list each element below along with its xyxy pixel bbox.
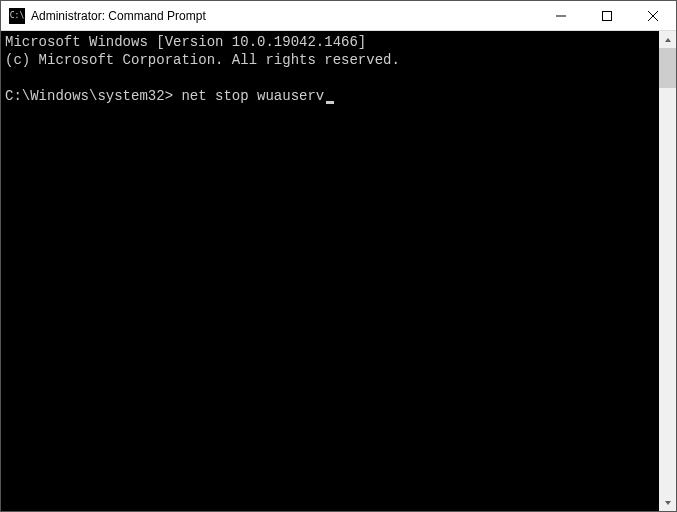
svg-marker-5 bbox=[665, 501, 671, 505]
minimize-button[interactable] bbox=[538, 1, 584, 30]
titlebar[interactable]: C:\ Administrator: Command Prompt bbox=[1, 1, 676, 31]
scroll-track[interactable] bbox=[659, 48, 676, 494]
app-icon: C:\ bbox=[9, 8, 25, 24]
chevron-up-icon bbox=[664, 36, 672, 44]
text-cursor bbox=[326, 101, 334, 104]
maximize-icon bbox=[602, 11, 612, 21]
close-icon bbox=[648, 11, 658, 21]
command-prompt-window: C:\ Administrator: Command Prompt Micros… bbox=[0, 0, 677, 512]
chevron-down-icon bbox=[664, 499, 672, 507]
svg-rect-1 bbox=[603, 11, 612, 20]
scroll-down-button[interactable] bbox=[659, 494, 676, 511]
maximize-button[interactable] bbox=[584, 1, 630, 30]
app-icon-text: C:\ bbox=[10, 12, 24, 20]
prompt-path: C:\Windows\system32> bbox=[5, 88, 173, 104]
console-line: Microsoft Windows [Version 10.0.19042.14… bbox=[5, 34, 366, 50]
vertical-scrollbar[interactable] bbox=[659, 31, 676, 511]
client-area: Microsoft Windows [Version 10.0.19042.14… bbox=[1, 31, 676, 511]
console-output[interactable]: Microsoft Windows [Version 10.0.19042.14… bbox=[1, 31, 659, 511]
console-line: (c) Microsoft Corporation. All rights re… bbox=[5, 52, 400, 68]
prompt-line: C:\Windows\system32> net stop wuauserv bbox=[5, 88, 334, 104]
close-button[interactable] bbox=[630, 1, 676, 30]
window-title: Administrator: Command Prompt bbox=[31, 9, 538, 23]
minimize-icon bbox=[556, 11, 566, 21]
svg-marker-4 bbox=[665, 38, 671, 42]
typed-command: net stop wuauserv bbox=[181, 88, 324, 104]
scroll-thumb[interactable] bbox=[659, 48, 676, 88]
scroll-up-button[interactable] bbox=[659, 31, 676, 48]
window-controls bbox=[538, 1, 676, 30]
